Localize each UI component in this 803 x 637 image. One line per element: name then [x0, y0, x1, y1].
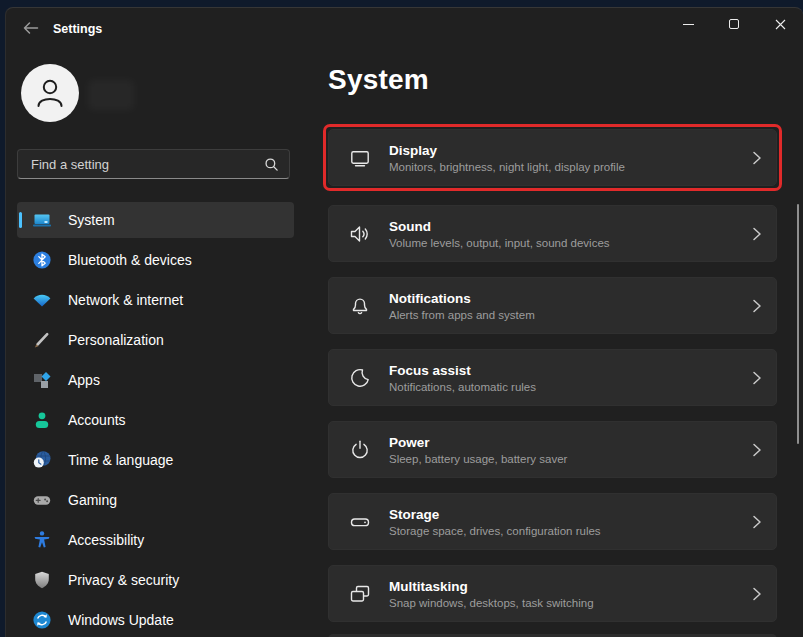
sound-icon	[348, 222, 372, 246]
sidebar-item-label: Network & internet	[68, 292, 183, 308]
app-title: Settings	[53, 22, 102, 36]
sidebar: System Bluetooth & devices Network & int…	[6, 48, 311, 637]
sidebar-item-label: Time & language	[68, 452, 173, 468]
selection-accent-pill	[19, 212, 22, 228]
settings-card-power[interactable]: Power Sleep, battery usage, battery save…	[328, 421, 777, 478]
sidebar-item-label: Windows Update	[68, 612, 174, 628]
chevron-right-icon	[752, 443, 762, 457]
chevron-right-icon	[752, 515, 762, 529]
apps-icon	[32, 370, 52, 390]
sidebar-item-label: Personalization	[68, 332, 164, 348]
multitasking-icon	[348, 582, 372, 606]
chevron-right-icon	[752, 151, 762, 165]
card-subtitle: Alerts from apps and system	[389, 309, 535, 321]
back-arrow-icon	[22, 21, 39, 35]
accounts-icon	[32, 410, 52, 430]
back-button[interactable]	[17, 17, 43, 39]
personalization-icon	[32, 330, 52, 350]
card-title: Sound	[389, 219, 610, 234]
card-subtitle: Sleep, battery usage, battery saver	[389, 453, 567, 465]
minimize-button[interactable]	[665, 8, 711, 40]
sidebar-item-windows-update[interactable]: Windows Update	[17, 602, 294, 637]
sidebar-item-time-language[interactable]: Time & language	[17, 442, 294, 478]
storage-icon	[348, 510, 372, 534]
settings-card-storage[interactable]: Storage Storage space, drives, configura…	[328, 493, 777, 550]
window-controls	[665, 8, 803, 40]
user-icon	[30, 73, 70, 113]
sidebar-item-label: Accessibility	[68, 532, 144, 548]
sidebar-nav: System Bluetooth & devices Network & int…	[17, 202, 294, 637]
minimize-icon	[683, 24, 694, 25]
sidebar-item-label: Apps	[68, 372, 100, 388]
privacy-security-icon	[32, 570, 52, 590]
chevron-right-icon	[752, 371, 762, 385]
windows-update-icon	[32, 610, 52, 630]
close-button[interactable]	[757, 8, 803, 40]
close-icon	[775, 19, 786, 30]
sidebar-item-bluetooth-devices[interactable]: Bluetooth & devices	[17, 242, 294, 278]
sidebar-item-label: System	[68, 212, 115, 228]
settings-card-multitasking[interactable]: Multitasking Snap windows, desktops, tas…	[328, 565, 777, 622]
titlebar: Settings	[6, 8, 803, 48]
card-title: Notifications	[389, 291, 535, 306]
settings-card-display[interactable]: Display Monitors, brightness, night ligh…	[328, 129, 777, 186]
focus-assist-icon	[348, 366, 372, 390]
chevron-right-icon	[752, 299, 762, 313]
bluetooth-icon	[32, 250, 52, 270]
page-title: System	[328, 64, 429, 96]
notifications-icon	[348, 294, 372, 318]
settings-card-sound[interactable]: Sound Volume levels, output, input, soun…	[328, 205, 777, 262]
sidebar-item-privacy-security[interactable]: Privacy & security	[17, 562, 294, 598]
highlight-annotation-box: Display Monitors, brightness, night ligh…	[323, 124, 782, 191]
card-subtitle: Volume levels, output, input, sound devi…	[389, 237, 610, 249]
sidebar-item-personalization[interactable]: Personalization	[17, 322, 294, 358]
redacted-username	[88, 80, 134, 110]
card-subtitle: Monitors, brightness, night light, displ…	[389, 161, 625, 173]
chevron-right-icon	[752, 587, 762, 601]
display-icon	[348, 146, 372, 170]
network-icon	[32, 290, 52, 310]
sidebar-item-label: Gaming	[68, 492, 117, 508]
sidebar-item-label: Privacy & security	[68, 572, 179, 588]
sidebar-item-accounts[interactable]: Accounts	[17, 402, 294, 438]
card-subtitle: Notifications, automatic rules	[389, 381, 536, 393]
sidebar-item-network-internet[interactable]: Network & internet	[17, 282, 294, 318]
settings-card-notifications[interactable]: Notifications Alerts from apps and syste…	[328, 277, 777, 334]
settings-window: Settings	[5, 7, 803, 637]
avatar[interactable]	[21, 64, 79, 122]
gaming-icon	[32, 490, 52, 510]
maximize-icon	[729, 19, 739, 29]
chevron-right-icon	[752, 227, 762, 241]
card-title: Focus assist	[389, 363, 536, 378]
power-icon	[348, 438, 372, 462]
system-icon	[32, 210, 52, 230]
sidebar-item-apps[interactable]: Apps	[17, 362, 294, 398]
sidebar-item-accessibility[interactable]: Accessibility	[17, 522, 294, 558]
search-input[interactable]	[31, 157, 264, 172]
sidebar-item-gaming[interactable]: Gaming	[17, 482, 294, 518]
sidebar-item-label: Accounts	[68, 412, 126, 428]
maximize-button[interactable]	[711, 8, 757, 40]
card-subtitle: Snap windows, desktops, task switching	[389, 597, 594, 609]
card-subtitle: Storage space, drives, configuration rul…	[389, 525, 601, 537]
card-title: Multitasking	[389, 579, 594, 594]
accessibility-icon	[32, 530, 52, 550]
card-title: Power	[389, 435, 567, 450]
search-box	[17, 149, 290, 179]
search-icon	[264, 157, 279, 172]
scrollbar-thumb[interactable]	[797, 204, 799, 444]
card-title: Storage	[389, 507, 601, 522]
card-title: Display	[389, 143, 625, 158]
sidebar-item-label: Bluetooth & devices	[68, 252, 192, 268]
settings-card-focus-assist[interactable]: Focus assist Notifications, automatic ru…	[328, 349, 777, 406]
sidebar-item-system[interactable]: System	[17, 202, 294, 238]
time-language-icon	[32, 450, 52, 470]
